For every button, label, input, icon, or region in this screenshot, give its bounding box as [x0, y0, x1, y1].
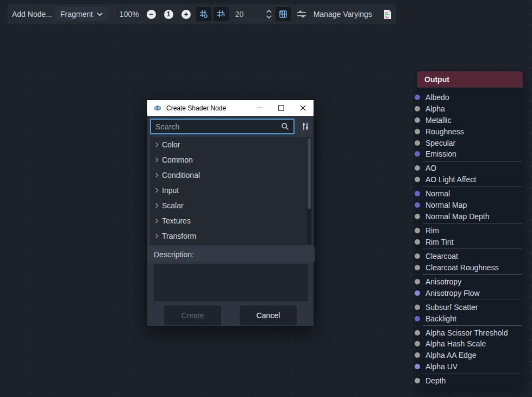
output-node[interactable]: Output Albedo Alpha Metallic Roughness	[417, 71, 523, 390]
dialog-titlebar[interactable]: Create Shader Node	[147, 100, 314, 116]
create-button[interactable]: Create	[164, 306, 221, 325]
search-input[interactable]: Search	[150, 119, 295, 134]
tree-item[interactable]: Input	[150, 183, 312, 198]
port-connector-icon[interactable]	[415, 279, 420, 284]
output-port-row: AO	[417, 163, 523, 174]
chevron-right-icon	[155, 172, 159, 178]
output-port-row: Roughness	[417, 126, 523, 137]
spinbox-updown-icon[interactable]	[266, 9, 272, 20]
zoom-level-label: 100%	[120, 10, 139, 18]
port-connector-icon[interactable]	[415, 305, 420, 310]
chevron-down-icon	[97, 13, 103, 16]
output-port-row: Depth	[417, 375, 523, 387]
chevron-right-icon	[155, 157, 159, 163]
output-port-row: AO Light Affect	[417, 174, 523, 185]
chevron-right-icon	[155, 233, 159, 239]
port-connector-icon[interactable]	[415, 290, 420, 296]
tree-item[interactable]: Transform	[150, 228, 312, 244]
sort-items-button[interactable]	[294, 7, 309, 21]
chevron-right-icon	[155, 142, 159, 147]
tree-item[interactable]: Common	[150, 152, 312, 168]
godot-logo-icon	[153, 104, 162, 113]
port-connector-icon[interactable]	[415, 352, 420, 358]
output-port-row: Emission	[417, 148, 523, 160]
port-connector-icon[interactable]	[415, 140, 420, 146]
close-icon	[300, 105, 306, 111]
preview-shader-button[interactable]	[276, 7, 291, 21]
zoom-in-button[interactable]	[181, 10, 191, 19]
tree-item[interactable]: Textures	[150, 213, 312, 228]
port-connector-icon[interactable]	[415, 253, 420, 259]
search-placeholder: Search	[155, 122, 281, 131]
shader-editor-toolbar: Add Node... Fragment 100% 1 20	[8, 4, 396, 24]
maximize-icon	[278, 105, 284, 111]
chevron-right-icon	[155, 188, 159, 193]
minus-icon	[149, 12, 154, 17]
port-connector-icon[interactable]	[415, 330, 420, 336]
shader-code-file-icon	[383, 9, 392, 20]
minimize-button[interactable]	[248, 100, 270, 116]
port-connector-icon[interactable]	[415, 228, 420, 233]
swap-horizontal-icon	[297, 10, 306, 18]
output-port-row: Backlight	[417, 313, 523, 324]
close-button[interactable]	[292, 100, 314, 116]
port-connector-icon[interactable]	[415, 316, 420, 321]
output-port-row: Alpha AA Edge	[417, 350, 523, 361]
tune-sliders-icon	[301, 122, 310, 131]
plus-icon	[184, 12, 189, 17]
tree-scrollbar[interactable]	[307, 138, 311, 244]
port-connector-icon[interactable]	[415, 265, 420, 270]
dialog-title: Create Shader Node	[166, 104, 226, 112]
port-connector-icon[interactable]	[415, 341, 420, 346]
maximize-button[interactable]	[270, 100, 292, 116]
shader-mode-dropdown[interactable]: Fragment	[55, 7, 108, 21]
output-port-row: Rim	[417, 225, 523, 237]
port-connector-icon[interactable]	[415, 191, 420, 196]
tree-item[interactable]: Scalar	[150, 198, 312, 213]
output-node-header[interactable]: Output	[417, 71, 523, 88]
tree-item[interactable]: Color	[150, 137, 312, 152]
output-port-row: Normal Map	[417, 200, 523, 211]
output-port-row: Subsurf Scatter	[417, 301, 523, 313]
port-connector-icon[interactable]	[415, 378, 420, 383]
port-connector-icon[interactable]	[415, 364, 420, 369]
port-connector-icon[interactable]	[415, 177, 420, 182]
output-port-row: Normal	[417, 188, 523, 200]
tree-item[interactable]: Conditional	[150, 168, 312, 183]
description-text-area[interactable]	[154, 264, 308, 301]
port-connector-icon[interactable]	[415, 202, 420, 208]
output-port-row: Specular	[417, 137, 523, 148]
snap-settings-button[interactable]	[196, 7, 211, 21]
port-connector-icon[interactable]	[415, 239, 420, 245]
shader-code-button[interactable]	[383, 9, 392, 20]
zoom-out-button[interactable]	[147, 10, 156, 19]
grid-magnet-icon	[217, 10, 226, 18]
minimize-icon	[256, 105, 262, 111]
grid-gear-icon	[199, 10, 208, 18]
toolbar-separator	[115, 8, 115, 20]
create-shader-node-dialog: Create Shader Node Search	[147, 100, 314, 327]
port-connector-icon[interactable]	[415, 151, 420, 157]
output-port-row: Alpha UV	[417, 361, 523, 373]
port-connector-icon[interactable]	[415, 106, 420, 111]
port-connector-icon[interactable]	[415, 95, 420, 100]
tree-scrollbar-thumb[interactable]	[308, 138, 311, 209]
manage-varyings-button[interactable]: Manage Varyings	[311, 7, 374, 21]
port-connector-icon[interactable]	[415, 165, 420, 171]
output-port-row: Alpha Hash Scale	[417, 338, 523, 350]
search-icon	[281, 122, 289, 131]
port-connector-icon[interactable]	[415, 129, 420, 134]
output-port-row: Clearcoat	[417, 251, 523, 262]
filter-options-button[interactable]	[299, 122, 312, 131]
snap-distance-spinbox[interactable]: 20	[231, 7, 273, 21]
port-connector-icon[interactable]	[415, 214, 420, 219]
output-port-row: Anisotropy	[417, 276, 523, 287]
zoom-reset-button[interactable]: 1	[164, 10, 173, 19]
port-connector-icon[interactable]	[415, 117, 420, 123]
output-port-row: Anisotropy Flow	[417, 287, 523, 299]
cancel-button[interactable]: Cancel	[240, 306, 297, 325]
output-port-row: Albedo	[417, 92, 523, 103]
add-node-button[interactable]: Add Node...	[9, 7, 55, 21]
output-port-row: Alpha Scissor Threshold	[417, 327, 523, 338]
snap-toggle-button[interactable]	[214, 7, 229, 21]
